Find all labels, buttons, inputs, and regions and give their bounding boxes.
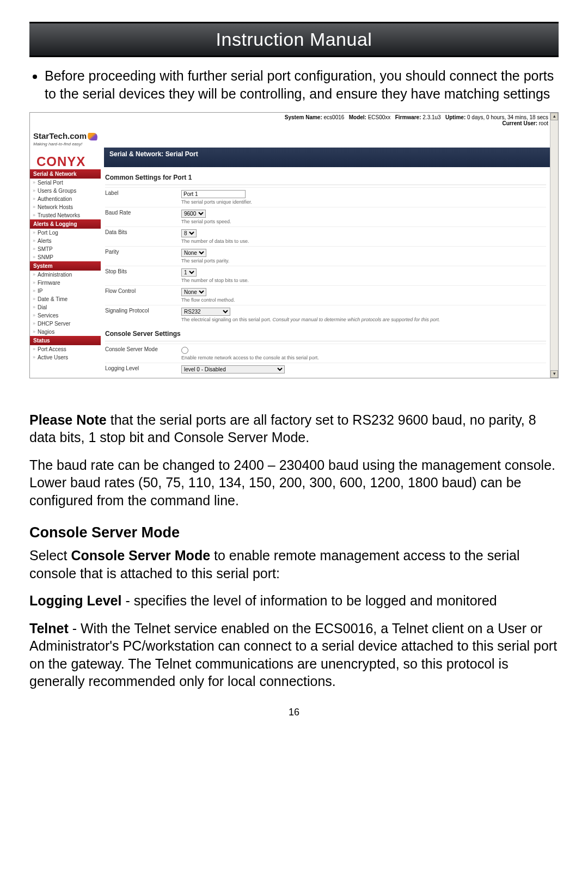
signaling-help: The electrical signaling on this serial …: [181, 317, 546, 322]
logging-text: - specifies the level of information to …: [121, 593, 497, 608]
console-server-settings-title: Console Server Settings: [105, 328, 546, 341]
nav-administration[interactable]: Administration: [30, 271, 101, 279]
nav-header-serial: Serial & Network: [30, 169, 101, 179]
scroll-up-icon[interactable]: ▴: [550, 113, 558, 120]
row-parity: Parity None The serial ports parity.: [105, 246, 546, 266]
nav-active-users[interactable]: Active Users: [30, 353, 101, 362]
csm-heading: Console Server Mode: [29, 524, 559, 541]
uptime-label: Uptime:: [445, 114, 465, 120]
product-name: CONYX: [36, 154, 104, 169]
signaling-label: Signaling Protocol: [105, 308, 181, 314]
nav-ip[interactable]: IP: [30, 287, 101, 295]
uptime-value: 0 days, 0 hours, 34 mins, 18 secs: [467, 114, 548, 120]
page-banner: Instruction Manual: [29, 22, 559, 57]
nav-serial-port[interactable]: Serial Port: [30, 179, 101, 187]
row-baud: Baud Rate 9600 The serial ports speed.: [105, 207, 546, 226]
signaling-select[interactable]: RS232: [181, 308, 230, 316]
brand-block: StarTech.com Making hard-to-find easy! C…: [30, 128, 104, 169]
brand-name: StarTech.com: [33, 131, 87, 140]
nav-smtp[interactable]: SMTP: [30, 245, 101, 253]
telnet-paragraph: Telnet - With the Telnet service enabled…: [29, 620, 559, 690]
parity-label: Parity: [105, 249, 181, 255]
nav-port-log[interactable]: Port Log: [30, 229, 101, 237]
row-logging-level: Logging Level level 0 - Disabled: [105, 363, 546, 376]
parity-select[interactable]: None: [181, 249, 206, 257]
logging-level-select[interactable]: level 0 - Disabled: [181, 365, 285, 373]
nav-port-access[interactable]: Port Access: [30, 345, 101, 353]
baud-help: The serial ports speed.: [181, 219, 546, 224]
csm-radio[interactable]: [181, 347, 188, 354]
data-bits-select[interactable]: 8: [181, 229, 197, 237]
row-csm: Console Server Mode Enable remote networ…: [105, 344, 546, 363]
csm-intro: Select Console Server Mode to enable rem…: [29, 547, 559, 582]
scroll-down-icon[interactable]: ▾: [550, 370, 558, 378]
nav-header-alerts: Alerts & Logging: [30, 219, 101, 229]
telnet-bold: Telnet: [29, 621, 69, 636]
status-bar: System Name: ecs0016 Model: ECS00xx Firm…: [30, 113, 558, 128]
logging-paragraph: Logging Level - specifies the level of i…: [29, 592, 559, 610]
stop-bits-help: The number of stop bits to use.: [181, 278, 546, 283]
model-label: Model:: [349, 114, 366, 120]
signaling-help-text: The electrical signaling on this serial …: [181, 317, 273, 322]
nav-nagios[interactable]: Nagios: [30, 328, 101, 336]
baud-label: Baud Rate: [105, 210, 181, 216]
nav-trusted-networks[interactable]: Trusted Networks: [30, 211, 101, 219]
brand-tagline: Making hard-to-find easy!: [33, 142, 104, 146]
page-number: 16: [29, 707, 559, 718]
csm-label: Console Server Mode: [105, 346, 181, 352]
nav-services[interactable]: Services: [30, 311, 101, 320]
current-user-label: Current User:: [503, 120, 537, 126]
main-area: Serial & Network Serial Port Users & Gro…: [30, 169, 550, 378]
manual-page: Instruction Manual Before proceeding wit…: [0, 0, 588, 882]
scrollbar[interactable]: ▴ ▾: [550, 113, 558, 378]
flow-control-label: Flow Control: [105, 288, 181, 294]
row-label: Label The serial ports unique identifier…: [105, 187, 546, 207]
firmware-label: Firmware:: [395, 114, 421, 120]
breadcrumb: Serial & Network: Serial Port: [104, 148, 550, 167]
firmware-value: 2.3.1u3: [422, 114, 440, 120]
nav-dial[interactable]: Dial: [30, 303, 101, 311]
nav-authentication[interactable]: Authentication: [30, 195, 101, 203]
csm-help: Enable remote network access to the cons…: [181, 355, 546, 360]
nav-firmware[interactable]: Firmware: [30, 279, 101, 287]
nav-date-time[interactable]: Date & Time: [30, 295, 101, 303]
data-bits-label: Data Bits: [105, 229, 181, 235]
stop-bits-label: Stop Bits: [105, 268, 181, 274]
sidebar-nav: Serial & Network Serial Port Users & Gro…: [30, 169, 101, 378]
intro-bullet-list: Before proceeding with further serial po…: [29, 67, 559, 102]
nav-network-hosts[interactable]: Network Hosts: [30, 203, 101, 211]
nav-users-groups[interactable]: Users & Groups: [30, 187, 101, 195]
stop-bits-select[interactable]: 1: [181, 268, 197, 277]
signaling-help-italic: Consult your manual to determine which p…: [273, 317, 440, 322]
data-bits-help: The number of data bits to use.: [181, 238, 546, 244]
row-data-bits: Data Bits 8 The number of data bits to u…: [105, 226, 546, 246]
nav-alerts[interactable]: Alerts: [30, 237, 101, 245]
common-settings-title: Common Settings for Port 1: [105, 171, 546, 185]
baud-paragraph: The baud rate can be changed to 2400 – 2…: [29, 456, 559, 510]
logging-level-label: Logging Level: [105, 365, 181, 371]
settings-panel: Common Settings for Port 1 Label The ser…: [101, 169, 550, 378]
banner-title: Instruction Manual: [216, 29, 372, 50]
current-user-value: root: [539, 120, 548, 126]
brand-leaf-icon: [87, 133, 97, 140]
note-paragraph: Please Note that the serial ports are al…: [29, 411, 559, 446]
flow-control-select[interactable]: None: [181, 288, 206, 296]
baud-select[interactable]: 9600: [181, 210, 206, 218]
sys-name-label: System Name:: [285, 114, 322, 120]
row-signaling: Signaling Protocol RS232 The electrical …: [105, 305, 546, 324]
label-label: Label: [105, 190, 181, 196]
nav-header-status: Status: [30, 336, 101, 345]
logging-bold: Logging Level: [29, 593, 121, 608]
sys-name-value: ecs0016: [324, 114, 345, 120]
nav-dhcp-server[interactable]: DHCP Server: [30, 320, 101, 328]
config-screenshot: ▴ ▾ System Name: ecs0016 Model: ECS00xx …: [29, 112, 559, 378]
telnet-text: - With the Telnet service enabled on the…: [29, 621, 557, 689]
nav-snmp[interactable]: SNMP: [30, 253, 101, 261]
row-stop-bits: Stop Bits 1 The number of stop bits to u…: [105, 266, 546, 285]
flow-control-help: The flow control method.: [181, 297, 546, 303]
label-input[interactable]: [181, 190, 246, 198]
row-flow-control: Flow Control None The flow control metho…: [105, 285, 546, 305]
csm-intro-pre: Select: [29, 548, 71, 563]
note-bold: Please Note: [29, 412, 107, 427]
csm-intro-bold: Console Server Mode: [71, 548, 210, 563]
